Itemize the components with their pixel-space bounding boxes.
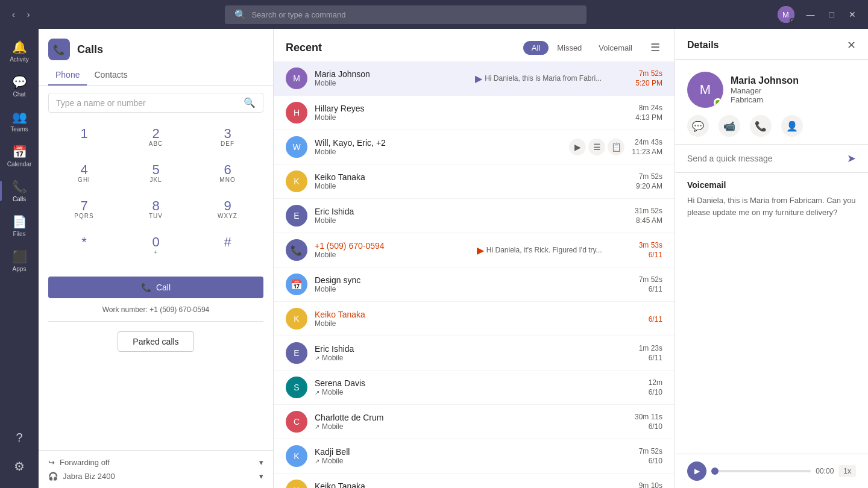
table-row[interactable]: E Eric Ishida Mobile 31m 52s 8:45 AM [274, 199, 675, 233]
table-row[interactable]: M Maria Johnson Mobile ▶ Hi Daniela, thi… [274, 61, 675, 96]
filter-all[interactable]: All [523, 41, 549, 55]
table-row[interactable]: K Keiko Tanaka Mobile 6/11 [274, 302, 675, 336]
call-name: Keiko Tanaka [315, 310, 641, 319]
tab-contacts[interactable]: Contacts [87, 65, 134, 86]
sidebar-item-apps[interactable]: ⬛ Apps [0, 243, 39, 278]
dial-key-8[interactable]: 8TUV [120, 192, 192, 228]
dial-key-9[interactable]: 9WXYZ [192, 192, 263, 228]
call-duration: 7m 52s [639, 172, 662, 181]
parked-calls-button[interactable]: Parked calls [118, 331, 193, 352]
dial-key-6[interactable]: 6MNO [192, 156, 263, 192]
call-button[interactable]: 📞 Call [48, 277, 263, 298]
call-time: 8:45 AM [636, 216, 662, 225]
call-right: 30m 11s 6/10 [635, 413, 662, 431]
user-avatar[interactable]: M [778, 6, 794, 23]
table-row[interactable]: K Keiko Tanaka Mobile 7m 52s 9:20 AM [274, 164, 675, 199]
sidebar-item-activity[interactable]: 🔔 Activity [0, 34, 39, 69]
table-row[interactable]: K Keiko Tanaka Mobile 9m 10s 6/10 [274, 474, 675, 488]
sidebar-item-chat[interactable]: 💬 Chat [0, 69, 39, 104]
forwarding-item[interactable]: ↪ Forwarding off ▾ [48, 458, 263, 467]
dial-key-3[interactable]: 3DEF [192, 120, 263, 156]
calls-icon: 📞 [12, 180, 27, 194]
left-panel: 📞 Calls Phone Contacts 🔍 1 2ABC 3DEF 4GH… [39, 29, 274, 488]
calls-icon-button: 📞 [48, 39, 70, 60]
minimize-button[interactable]: — [802, 8, 820, 20]
help-button[interactable]: ? [11, 426, 27, 449]
more-action-button[interactable]: 📋 [608, 139, 624, 155]
call-right: 9m 10s 6/10 [639, 481, 662, 488]
table-row[interactable]: W Will, Kayo, Eric, +2 Mobile ▶ ☰ 📋 24m … [274, 130, 675, 164]
call-right: 7m 52s 5:20 PM [635, 69, 662, 87]
call-list: M Maria Johnson Mobile ▶ Hi Daniela, thi… [274, 61, 675, 488]
dial-key-2[interactable]: 2ABC [120, 120, 192, 156]
speed-button[interactable]: 1x [838, 465, 856, 477]
sidebar-item-label: Teams [10, 126, 28, 133]
phone-search-wrap[interactable]: 🔍 [48, 93, 263, 113]
play-button[interactable] [687, 461, 706, 481]
message-action-button[interactable]: 💬 [687, 115, 709, 137]
table-row[interactable]: E Eric Ishida Mobile 1m 23s 6/11 [274, 336, 675, 371]
sidebar-item-teams[interactable]: 👥 Teams [0, 104, 39, 139]
table-row[interactable]: S Serena Davis Mobile 12m 6/10 [274, 371, 675, 405]
search-bar[interactable]: 🔍 [225, 5, 587, 24]
dial-key-4[interactable]: 4GHI [48, 156, 120, 192]
maximize-button[interactable]: □ [825, 8, 839, 20]
filter-voicemail[interactable]: Voicemail [590, 41, 641, 55]
call-subtype: Mobile [315, 319, 641, 328]
device-item[interactable]: 🎧 Jabra Biz 2400 ▾ [48, 472, 263, 481]
dial-key-hash[interactable]: # [192, 228, 263, 264]
dial-key-7[interactable]: 7PQRS [48, 192, 120, 228]
more-options-button[interactable]: ☰ [648, 39, 662, 57]
tab-phone[interactable]: Phone [48, 65, 87, 86]
work-number: Work number: +1 (509) 670-0594 [39, 303, 273, 321]
voicemail-section: Voicemail Hi Daniela, this is Maria from… [675, 173, 868, 454]
play-icon [694, 467, 700, 475]
more-action-button[interactable]: 👤 [781, 115, 803, 137]
details-company: Fabricam [731, 95, 799, 104]
calendar-icon: 📅 [12, 145, 27, 159]
call-time: 5:20 PM [635, 79, 662, 87]
forward-button[interactable]: › [22, 7, 35, 22]
call-name: +1 (509) 670-0594 [315, 241, 470, 251]
send-message-button[interactable]: ➤ [847, 152, 856, 165]
table-row[interactable]: H Hillary Reyes Mobile 8m 24s 4:13 PM [274, 96, 675, 130]
phone-search-input[interactable] [56, 98, 239, 108]
table-row[interactable]: C Charlotte de Crum Mobile 30m 11s 6/10 [274, 405, 675, 439]
search-input[interactable] [251, 10, 577, 19]
dial-key-star[interactable]: * [48, 228, 120, 264]
avatar: K [286, 480, 307, 488]
calls-title: Calls [77, 43, 103, 56]
sidebar-item-files[interactable]: 📄 Files [0, 208, 39, 243]
table-row[interactable]: K Kadji Bell Mobile 7m 52s 6/10 [274, 439, 675, 474]
table-row[interactable]: 📅 Design sync Mobile 7m 52s 6/11 [274, 267, 675, 302]
video-action-button[interactable]: ▶ [569, 139, 586, 155]
call-name: Eric Ishida [315, 207, 627, 216]
back-button[interactable]: ‹ [7, 7, 20, 22]
call-info: Keiko Tanaka Mobile [315, 481, 632, 488]
call-time: 9:20 AM [636, 182, 662, 190]
details-close-button[interactable]: ✕ [847, 39, 856, 52]
avatar: E [286, 205, 307, 227]
dial-key-0[interactable]: 0+ [120, 228, 192, 264]
audio-progress-bar[interactable] [711, 470, 811, 472]
settings-button[interactable]: ⚙ [9, 454, 30, 478]
device-chevron-icon: ▾ [259, 472, 263, 481]
dialpad-section: 🔍 1 2ABC 3DEF 4GHI 5JKL 6MNO 7PQRS 8TUV … [39, 86, 273, 272]
details-online-dot [714, 98, 722, 107]
table-row[interactable]: 📞 +1 (509) 670-0594 Mobile ▶ Hi Daniela,… [274, 233, 675, 267]
dial-key-1[interactable]: 1 [48, 120, 120, 156]
sidebar-item-calendar[interactable]: 📅 Calendar [0, 139, 39, 174]
chat-action-button[interactable]: ☰ [588, 139, 605, 155]
close-button[interactable]: ✕ [844, 8, 861, 20]
filter-missed[interactable]: Missed [549, 41, 590, 55]
quick-message-input[interactable] [687, 154, 842, 163]
sidebar-item-calls[interactable]: 📞 Calls [0, 174, 39, 208]
call-duration: 7m 52s [639, 447, 662, 455]
dial-key-5[interactable]: 5JKL [120, 156, 192, 192]
call-action-button[interactable]: 📞 [750, 115, 772, 137]
video-action-button[interactable]: 📹 [719, 115, 740, 137]
call-info: Keiko Tanaka Mobile [315, 310, 641, 328]
recent-header: Recent All Missed Voicemail ☰ [274, 29, 675, 61]
call-right: 7m 52s 9:20 AM [636, 172, 662, 190]
dialpad-grid: 1 2ABC 3DEF 4GHI 5JKL 6MNO 7PQRS 8TUV 9W… [48, 120, 263, 264]
